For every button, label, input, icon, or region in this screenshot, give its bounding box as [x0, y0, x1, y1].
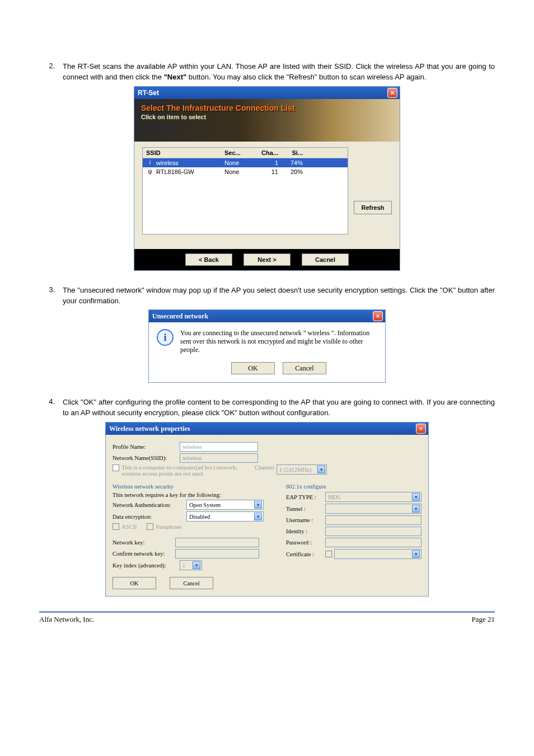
- netkey-row: Network key:: [113, 538, 275, 547]
- eap-label: EAP TYPE :: [286, 494, 325, 500]
- auth-label: Network Authentication:: [113, 502, 186, 508]
- ok-button[interactable]: OK: [113, 577, 156, 589]
- ok-button[interactable]: OK: [231, 362, 275, 374]
- security-sub: This network requires a key for the foll…: [113, 492, 275, 498]
- profile-name-label: Profile Name:: [113, 444, 180, 450]
- page-footer: Alfa Network, Inc. Page 21: [39, 611, 495, 624]
- rtset-banner-sub: Click on item to select: [141, 114, 393, 120]
- enc-select[interactable]: Disabled▾: [186, 511, 264, 522]
- ap-ssid-text: RTL8186-GW: [156, 168, 194, 175]
- auth-value: Open System: [189, 502, 221, 508]
- step-4-text: Click "OK" after configuring the profile…: [63, 397, 495, 419]
- ssid-input[interactable]: wireless: [180, 453, 258, 463]
- security-header: Wireless network security: [113, 483, 275, 490]
- ap-ssid-text: wireless: [156, 159, 179, 166]
- netkey-label: Network key:: [113, 539, 175, 546]
- auth-select[interactable]: Open System▾: [186, 500, 264, 510]
- ascii-label: ASCII: [121, 524, 137, 530]
- antenna-icon: ψ: [146, 168, 154, 176]
- col-cha[interactable]: Cha...: [254, 149, 278, 156]
- col-ssid[interactable]: SSID: [146, 149, 224, 156]
- keyidx-row: Key index (advanced): 1▾: [113, 560, 275, 570]
- wizard-button-row: < Back Next > Cacnel: [134, 249, 400, 270]
- props-title: Wireless network properties: [109, 425, 190, 433]
- footer-right: Page 21: [471, 615, 495, 624]
- ident-label: Identity :: [286, 528, 325, 534]
- eap-select[interactable]: MD5▾: [325, 492, 421, 502]
- cert-select[interactable]: ▾: [334, 549, 421, 559]
- step-4-number: 4.: [39, 397, 55, 419]
- passphrase-checkbox[interactable]: [147, 523, 153, 530]
- ssid-row: Network Name(SSID): wireless: [113, 453, 421, 463]
- profile-name-input[interactable]: wireless: [180, 442, 258, 452]
- unsecured-title: Unsecured network: [152, 312, 208, 321]
- ap-row-rtl[interactable]: ψRTL8186-GW None 11 20%: [143, 167, 348, 176]
- close-icon[interactable]: ×: [416, 424, 426, 434]
- user-input[interactable]: [325, 515, 421, 525]
- security-column: Wireless network security This network r…: [113, 480, 275, 589]
- keyidx-select[interactable]: 1▾: [180, 560, 202, 570]
- keyidx-label: Key index (advanced):: [113, 562, 180, 569]
- adhoc-checkbox[interactable]: [113, 464, 119, 471]
- step-3: 3. The "unsecured network" window may po…: [39, 285, 495, 307]
- close-icon[interactable]: ×: [387, 88, 397, 98]
- user-row: Username :: [286, 515, 421, 525]
- ascii-checkbox[interactable]: [113, 523, 119, 530]
- confkey-input[interactable]: [175, 549, 259, 558]
- document-page: 2. The RT-Set scans the available AP wit…: [0, 0, 534, 727]
- tunnel-select[interactable]: ▾: [325, 504, 421, 514]
- step-2-bold: "Next": [164, 73, 187, 81]
- rtset-title: RT-Set: [138, 89, 159, 97]
- adhoc-label: This is a computer-to-computer(ad hoc) n…: [121, 464, 250, 477]
- ssid-label: Network Name(SSID):: [113, 455, 180, 461]
- unsecured-message: You are connecting to the unsecured netw…: [180, 329, 377, 354]
- adhoc-row: This is a computer-to-computer(ad hoc) n…: [113, 464, 421, 477]
- confkey-label: Confirm network key:: [113, 551, 175, 557]
- ap-cha: 11: [254, 168, 278, 175]
- ap-ssid: iwireless: [146, 159, 224, 167]
- refresh-button[interactable]: Refresh: [354, 201, 392, 214]
- ap-list: SSID Sec... Cha... Si... iwireless None …: [142, 147, 348, 234]
- info-icon: i: [146, 159, 154, 167]
- step-2-text-b: button. You may also click the "Refresh"…: [186, 73, 426, 81]
- chevron-down-icon: ▾: [254, 513, 262, 520]
- cert-row: Certificate : ▾: [286, 549, 421, 559]
- cert-checkbox[interactable]: [325, 551, 332, 557]
- cancel-button[interactable]: Cancel: [283, 362, 326, 374]
- ap-sig: 74%: [278, 159, 303, 166]
- col-sec[interactable]: Sec...: [224, 149, 254, 156]
- tunnel-row: Tunnel : ▾: [286, 504, 421, 514]
- 8021x-header: 802.1x configure: [286, 483, 421, 490]
- ap-ssid: ψRTL8186-GW: [146, 168, 224, 176]
- cert-label: Certificate :: [286, 551, 325, 557]
- next-button[interactable]: Next >: [243, 253, 291, 266]
- passw-input[interactable]: [325, 538, 421, 547]
- ap-list-header: SSID Sec... Cha... Si...: [143, 148, 348, 158]
- passw-label: Password :: [286, 539, 325, 546]
- rtset-banner: Select The Infrastructure Connection Lis…: [134, 99, 400, 142]
- cancel-button[interactable]: Cancel: [170, 577, 213, 589]
- col-sig[interactable]: Si...: [278, 149, 303, 156]
- back-button[interactable]: < Back: [185, 253, 232, 266]
- ascii-pass-row: ASCII Passphrase: [113, 523, 275, 530]
- channel-select[interactable]: 1 (2412MHz) ▾: [277, 464, 327, 475]
- close-icon[interactable]: ×: [373, 311, 383, 321]
- props-buttons: OK Cancel: [113, 577, 275, 589]
- 8021x-column: 802.1x configure EAP TYPE : MD5▾ Tunnel …: [286, 480, 421, 589]
- step-2-number: 2.: [39, 62, 55, 83]
- chevron-down-icon: ▾: [317, 466, 325, 473]
- auth-row: Network Authentication: Open System▾: [113, 500, 275, 510]
- unsecured-body: i You are connecting to the unsecured ne…: [149, 322, 385, 382]
- ident-input[interactable]: [325, 527, 421, 536]
- step-2: 2. The RT-Set scans the available AP wit…: [39, 62, 495, 83]
- netkey-input[interactable]: [175, 538, 259, 547]
- footer-left: Alfa Network, Inc.: [39, 615, 94, 624]
- ap-sec: None: [224, 168, 254, 175]
- properties-window: Wireless network properties × Profile Na…: [105, 422, 429, 597]
- ap-sec: None: [224, 159, 254, 166]
- ap-row-wireless[interactable]: iwireless None 1 74%: [143, 158, 348, 167]
- info-icon: i: [157, 329, 174, 346]
- eap-value: MD5: [328, 494, 340, 500]
- cancel-button[interactable]: Cacnel: [302, 253, 349, 266]
- unsecured-buttons: OK Cancel: [180, 362, 377, 374]
